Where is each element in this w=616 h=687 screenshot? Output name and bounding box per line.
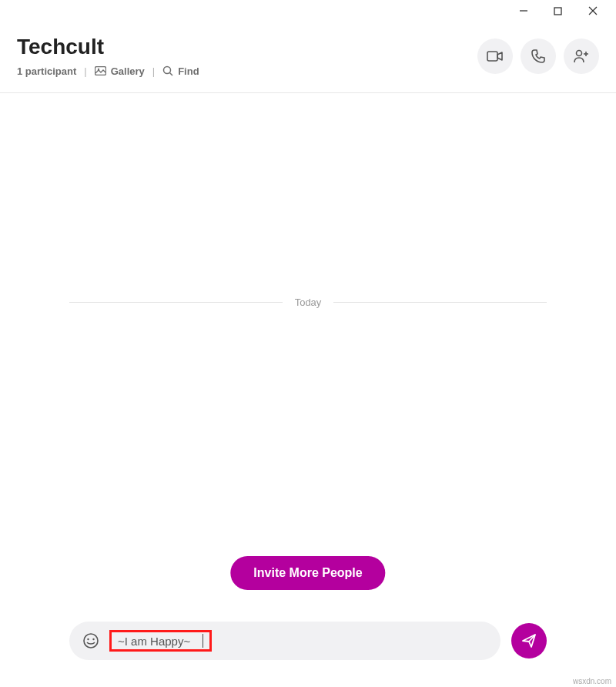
participants-link[interactable]: 1 participant — [17, 65, 76, 77]
video-call-button[interactable] — [477, 39, 513, 74]
separator: | — [152, 65, 155, 77]
separator: | — [84, 65, 86, 77]
message-input-container[interactable] — [69, 622, 500, 660]
maximize-icon — [554, 7, 562, 15]
message-composer — [69, 622, 547, 660]
message-input[interactable] — [118, 635, 203, 648]
send-icon — [521, 632, 537, 649]
svg-point-14 — [92, 638, 94, 640]
input-highlight-annotation — [109, 630, 212, 652]
header-actions — [477, 39, 599, 74]
video-icon — [487, 50, 504, 62]
add-participant-button[interactable] — [564, 39, 599, 74]
svg-point-12 — [84, 634, 98, 648]
maximize-button[interactable] — [541, 2, 575, 20]
svg-rect-8 — [487, 52, 497, 61]
header-meta: 1 participant | Gallery | Find — [17, 65, 199, 77]
svg-rect-1 — [554, 8, 561, 15]
svg-point-9 — [577, 50, 582, 55]
minimize-button[interactable] — [506, 2, 541, 20]
svg-point-13 — [87, 638, 89, 640]
close-icon — [588, 6, 598, 15]
find-link[interactable]: Find — [162, 65, 199, 77]
gallery-label: Gallery — [111, 65, 145, 77]
find-label: Find — [178, 65, 199, 77]
participants-label: 1 participant — [17, 65, 76, 77]
add-user-icon — [573, 49, 590, 64]
text-cursor — [203, 634, 203, 648]
gallery-link[interactable]: Gallery — [95, 65, 145, 77]
gallery-icon — [95, 66, 106, 75]
watermark: wsxdn.com — [573, 677, 611, 685]
svg-point-6 — [164, 67, 171, 74]
minimize-icon — [519, 6, 528, 15]
chat-body: Today Invite More People — [0, 93, 616, 625]
window-controls — [0, 0, 616, 22]
emoji-button[interactable] — [82, 632, 100, 650]
date-divider: Today — [69, 297, 547, 308]
conversation-header: Techcult 1 participant | Gallery | Find — [0, 22, 616, 93]
divider-line — [333, 302, 547, 303]
header-info: Techcult 1 participant | Gallery | Find — [17, 35, 199, 77]
phone-icon — [531, 49, 546, 64]
send-button[interactable] — [511, 623, 547, 659]
svg-line-7 — [170, 73, 173, 76]
divider-line — [69, 302, 283, 303]
invite-more-people-button[interactable]: Invite More People — [230, 556, 385, 590]
date-label: Today — [295, 297, 322, 308]
emoji-icon — [82, 632, 100, 650]
chat-title: Techcult — [17, 35, 199, 59]
audio-call-button[interactable] — [521, 39, 556, 74]
search-icon — [162, 65, 173, 76]
close-button[interactable] — [575, 2, 610, 20]
